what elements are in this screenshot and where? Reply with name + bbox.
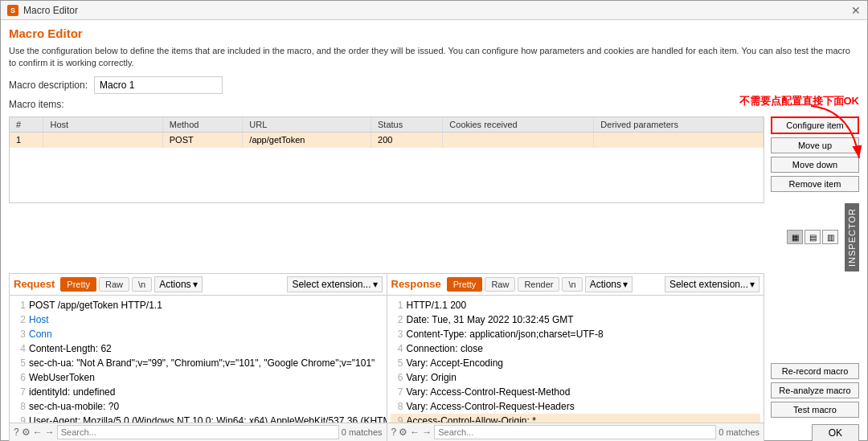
col-method: Method <box>162 117 243 133</box>
request-body: 1POST /app/getToken HTTP/1.1 2Host 3Conn… <box>10 296 387 423</box>
list-item: 3Conn <box>13 327 383 341</box>
list-item: 5Vary: Accept-Encoding <box>391 356 761 370</box>
response-settings-icon[interactable]: ⚙ <box>399 427 407 438</box>
rr-top-bar: ▦ ▤ ▥ INSPECTOR <box>9 203 859 272</box>
list-item: 5sec-ch-ua: "Not A Brand";v="99", "Chrom… <box>13 356 383 370</box>
list-item: 2Date: Tue, 31 May 2022 10:32:45 GMT <box>391 312 761 327</box>
macro-editor-window: S Macro Editor ✕ Macro Editor Use the co… <box>0 0 868 441</box>
request-toolbar: Request Pretty Raw \n Actions ▾ Select e… <box>10 274 387 296</box>
table-row[interactable]: 1 POST /app/getToken 200 <box>10 132 764 147</box>
list-item: 6WebUserToken <box>13 370 383 385</box>
request-panel: Request Pretty Raw \n Actions ▾ Select e… <box>9 273 387 441</box>
response-matches: 0 matches <box>719 427 760 437</box>
list-view-button[interactable]: ▤ <box>805 230 821 244</box>
list-item: 4Connection: close <box>391 341 761 356</box>
response-tab-pretty[interactable]: Pretty <box>447 277 483 292</box>
col-url: URL <box>243 117 371 133</box>
response-select-extension[interactable]: Select extension... ▾ <box>665 276 760 292</box>
items-area: # Host Method URL Status Cookies receive… <box>9 116 859 203</box>
response-actions-label: Actions <box>590 279 621 290</box>
response-search-input[interactable] <box>434 425 716 439</box>
editor-title: Macro Editor <box>9 27 859 40</box>
request-footer: ? ⚙ ← → 0 matches <box>10 423 387 441</box>
response-help-icon[interactable]: ? <box>391 427 397 438</box>
forward-icon[interactable]: → <box>45 427 55 438</box>
list-item: 7identityId: undefined <box>13 385 383 399</box>
description-text: Use the configuration below to define th… <box>9 45 859 70</box>
response-actions-dropdown[interactable]: Actions ▾ <box>585 276 633 292</box>
response-body: 1HTTP/1.1 200 2Date: Tue, 31 May 2022 10… <box>387 296 764 423</box>
request-tab-raw[interactable]: Raw <box>99 277 129 292</box>
response-tab-newline[interactable]: \n <box>562 277 582 292</box>
col-cookies: Cookies received <box>443 117 594 133</box>
move-down-button[interactable]: Move down <box>771 157 859 173</box>
items-sidebar: 不需要点配置直接下面OK Configure item Move up Move… <box>764 116 859 203</box>
response-toolbar: Response Pretty Raw Render \n Actions ▾ … <box>387 274 764 296</box>
cell-url: /app/getToken <box>243 132 371 147</box>
response-panel: Response Pretty Raw Render \n Actions ▾ … <box>387 273 765 441</box>
actions-chevron: ▾ <box>193 279 198 290</box>
bottom-panels: Request Pretty Raw \n Actions ▾ Select e… <box>9 273 859 441</box>
response-tab-raw[interactable]: Raw <box>485 277 515 292</box>
items-table-wrap: # Host Method URL Status Cookies receive… <box>9 116 764 203</box>
list-item: 9Access-Control-Allow-Origin: * <box>391 414 761 423</box>
inspector-panel[interactable]: INSPECTOR <box>845 203 859 272</box>
titlebar-left: S Macro Editor <box>7 5 78 16</box>
list-item: 1HTTP/1.1 200 <box>391 298 761 312</box>
response-title: Response <box>391 278 441 290</box>
list-item: 4Content-Length: 62 <box>13 341 383 356</box>
cell-host <box>43 132 162 147</box>
request-tab-newline[interactable]: \n <box>132 277 152 292</box>
list-item: 7Vary: Access-Control-Request-Method <box>391 385 761 399</box>
list-item: 8Vary: Access-Control-Request-Headers <box>391 399 761 414</box>
titlebar: S Macro Editor ✕ <box>1 1 867 20</box>
request-select-extension[interactable]: Select extension... ▾ <box>287 276 382 292</box>
remove-item-button[interactable]: Remove item <box>771 176 859 192</box>
macro-desc-row: Macro description: <box>9 76 859 94</box>
move-up-button[interactable]: Move up <box>771 137 859 153</box>
list-item: 2Host <box>13 312 383 327</box>
request-matches: 0 matches <box>342 427 383 437</box>
macro-desc-input[interactable] <box>94 76 223 94</box>
configure-item-button[interactable]: Configure item <box>771 116 859 134</box>
help-icon[interactable]: ? <box>14 427 19 438</box>
test-macro-button[interactable]: Test macro <box>771 402 859 418</box>
request-tab-pretty[interactable]: Pretty <box>60 277 96 292</box>
list-item: 8sec-ch-ua-mobile: ?0 <box>13 399 383 414</box>
main-content: Macro Editor Use the configuration below… <box>1 20 867 441</box>
app-icon: S <box>7 5 18 16</box>
col-status: Status <box>371 117 443 133</box>
request-actions-dropdown[interactable]: Actions ▾ <box>154 276 202 292</box>
grid-view-button[interactable]: ▦ <box>787 230 803 244</box>
rerecord-macro-button[interactable]: Re-record macro <box>771 363 859 379</box>
col-host: Host <box>43 117 162 133</box>
ok-button[interactable]: OK <box>812 424 859 441</box>
request-search-input[interactable] <box>57 425 339 439</box>
cell-cookies <box>443 132 594 147</box>
cell-method: POST <box>162 132 243 147</box>
response-tab-render[interactable]: Render <box>518 277 559 292</box>
response-select-ext-label: Select extension... <box>669 279 748 290</box>
response-select-ext-chevron: ▾ <box>750 279 755 290</box>
select-ext-label: Select extension... <box>292 279 371 290</box>
cell-derived <box>594 132 764 147</box>
reanalyze-macro-button[interactable]: Re-analyze macro <box>771 382 859 398</box>
select-ext-chevron: ▾ <box>373 279 378 290</box>
request-title: Request <box>14 278 55 290</box>
macro-desc-label: Macro description: <box>9 80 88 91</box>
col-num: # <box>10 117 43 133</box>
side-view-button[interactable]: ▥ <box>822 230 838 244</box>
response-forward-icon[interactable]: → <box>422 427 432 438</box>
macro-items-label: Macro items: <box>9 99 859 110</box>
list-item: 6Vary: Origin <box>391 370 761 385</box>
list-item: 1POST /app/getToken HTTP/1.1 <box>13 298 383 312</box>
list-item: 9User-Agent: Mozilla/5.0 (Windows NT 10.… <box>13 414 383 423</box>
header-section: Macro Editor Use the configuration below… <box>9 27 859 113</box>
close-button[interactable]: ✕ <box>851 4 861 17</box>
bottom-section: ▦ ▤ ▥ INSPECTOR Request Pretty Raw \n Ac… <box>9 203 859 441</box>
view-toggle: ▦ ▤ ▥ <box>787 230 838 244</box>
response-back-icon[interactable]: ← <box>410 427 420 438</box>
back-icon[interactable]: ← <box>33 427 43 438</box>
actions-label: Actions <box>159 279 190 290</box>
settings-icon[interactable]: ⚙ <box>22 427 31 438</box>
